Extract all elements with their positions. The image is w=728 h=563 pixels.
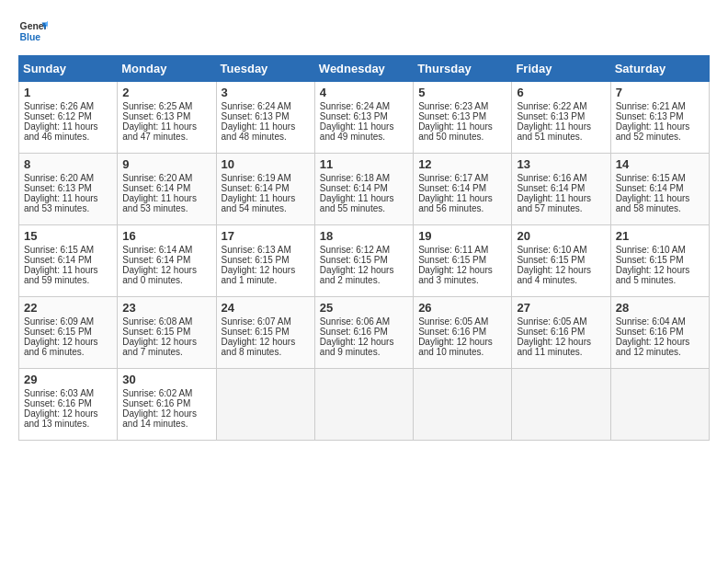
sunrise-text: Sunrise: 6:26 AM <box>24 101 112 111</box>
sunrise-text: Sunrise: 6:02 AM <box>122 388 210 398</box>
day-number: 17 <box>222 229 310 243</box>
calendar-cell: 24Sunrise: 6:07 AMSunset: 6:15 PMDayligh… <box>216 297 314 369</box>
calendar-cell <box>512 369 610 441</box>
sunset-text: Sunset: 6:14 PM <box>122 255 210 265</box>
calendar-cell: 18Sunrise: 6:12 AMSunset: 6:15 PMDayligh… <box>314 225 413 297</box>
sunrise-text: Sunrise: 6:19 AM <box>222 173 310 183</box>
calendar-cell: 13Sunrise: 6:16 AMSunset: 6:14 PMDayligh… <box>512 154 610 225</box>
header: General Blue <box>18 17 710 46</box>
calendar-cell: 20Sunrise: 6:10 AMSunset: 6:15 PMDayligh… <box>512 225 610 297</box>
daylight-text: Daylight: 12 hours and 14 minutes. <box>122 408 210 429</box>
day-header-friday: Friday <box>512 56 610 82</box>
sunrise-text: Sunrise: 6:05 AM <box>418 316 506 327</box>
calendar-body: 1Sunrise: 6:26 AMSunset: 6:12 PMDaylight… <box>19 82 710 441</box>
sunset-text: Sunset: 6:16 PM <box>122 398 210 408</box>
svg-text:Blue: Blue <box>20 32 41 42</box>
sunrise-text: Sunrise: 6:22 AM <box>517 101 605 111</box>
day-number: 5 <box>418 86 506 99</box>
calendar-cell: 15Sunrise: 6:15 AMSunset: 6:14 PMDayligh… <box>19 225 118 297</box>
calendar-cell: 19Sunrise: 6:11 AMSunset: 6:15 PMDayligh… <box>414 225 512 297</box>
day-number: 23 <box>122 301 210 315</box>
daylight-text: Daylight: 12 hours and 5 minutes. <box>616 265 704 285</box>
calendar-cell: 26Sunrise: 6:05 AMSunset: 6:16 PMDayligh… <box>414 297 512 369</box>
calendar-cell: 11Sunrise: 6:18 AMSunset: 6:14 PMDayligh… <box>314 154 413 225</box>
sunrise-text: Sunrise: 6:25 AM <box>122 101 210 111</box>
daylight-text: Daylight: 11 hours and 50 minutes. <box>418 121 506 142</box>
logo: General Blue <box>18 17 48 46</box>
sunrise-text: Sunrise: 6:15 AM <box>24 245 112 255</box>
day-number: 16 <box>122 229 210 243</box>
sunset-text: Sunset: 6:12 PM <box>24 111 112 121</box>
sunrise-text: Sunrise: 6:14 AM <box>122 245 210 255</box>
daylight-text: Daylight: 11 hours and 57 minutes. <box>517 193 605 213</box>
day-number: 2 <box>122 86 210 99</box>
sunrise-text: Sunrise: 6:05 AM <box>517 316 605 327</box>
day-header-tuesday: Tuesday <box>216 56 314 82</box>
sunset-text: Sunset: 6:13 PM <box>320 111 408 121</box>
sunrise-text: Sunrise: 6:09 AM <box>24 316 112 327</box>
day-number: 4 <box>320 86 408 99</box>
daylight-text: Daylight: 12 hours and 4 minutes. <box>517 265 605 285</box>
daylight-text: Daylight: 11 hours and 54 minutes. <box>222 193 310 213</box>
sunrise-text: Sunrise: 6:18 AM <box>320 173 408 183</box>
daylight-text: Daylight: 11 hours and 49 minutes. <box>320 121 408 142</box>
logo-icon: General Blue <box>18 17 48 46</box>
sunrise-text: Sunrise: 6:04 AM <box>616 316 704 327</box>
day-number: 11 <box>320 157 408 171</box>
sunset-text: Sunset: 6:15 PM <box>320 255 408 265</box>
day-number: 27 <box>517 301 605 315</box>
daylight-text: Daylight: 12 hours and 0 minutes. <box>122 265 210 285</box>
calendar-cell: 25Sunrise: 6:06 AMSunset: 6:16 PMDayligh… <box>314 297 413 369</box>
sunrise-text: Sunrise: 6:24 AM <box>320 101 408 111</box>
sunset-text: Sunset: 6:15 PM <box>24 327 112 337</box>
calendar-cell <box>610 369 709 441</box>
day-number: 13 <box>517 157 605 171</box>
sunset-text: Sunset: 6:14 PM <box>24 255 112 265</box>
day-number: 29 <box>24 373 112 386</box>
day-header-sunday: Sunday <box>19 56 118 82</box>
sunrise-text: Sunrise: 6:15 AM <box>616 173 704 183</box>
daylight-text: Daylight: 11 hours and 48 minutes. <box>222 121 310 142</box>
calendar-cell: 1Sunrise: 6:26 AMSunset: 6:12 PMDaylight… <box>19 82 118 154</box>
sunrise-text: Sunrise: 6:16 AM <box>517 173 605 183</box>
daylight-text: Daylight: 11 hours and 52 minutes. <box>616 121 704 142</box>
page: General Blue SundayMondayTuesdayWednesda… <box>0 0 728 450</box>
daylight-text: Daylight: 12 hours and 13 minutes. <box>24 408 112 429</box>
daylight-text: Daylight: 11 hours and 53 minutes. <box>122 193 210 213</box>
calendar-cell: 4Sunrise: 6:24 AMSunset: 6:13 PMDaylight… <box>314 82 413 154</box>
sunset-text: Sunset: 6:13 PM <box>517 111 605 121</box>
calendar-cell: 5Sunrise: 6:23 AMSunset: 6:13 PMDaylight… <box>414 82 512 154</box>
sunset-text: Sunset: 6:13 PM <box>122 111 210 121</box>
day-number: 1 <box>24 86 112 99</box>
sunset-text: Sunset: 6:15 PM <box>616 255 704 265</box>
sunrise-text: Sunrise: 6:03 AM <box>24 388 112 398</box>
day-number: 12 <box>418 157 506 171</box>
day-number: 14 <box>616 157 704 171</box>
day-header-thursday: Thursday <box>414 56 512 82</box>
calendar-cell <box>414 369 512 441</box>
calendar-cell: 16Sunrise: 6:14 AMSunset: 6:14 PMDayligh… <box>118 225 216 297</box>
sunset-text: Sunset: 6:16 PM <box>418 327 506 337</box>
day-number: 10 <box>222 157 310 171</box>
sunrise-text: Sunrise: 6:06 AM <box>320 316 408 327</box>
sunset-text: Sunset: 6:16 PM <box>320 327 408 337</box>
sunset-text: Sunset: 6:14 PM <box>222 183 310 193</box>
day-number: 9 <box>122 157 210 171</box>
week-row-4: 22Sunrise: 6:09 AMSunset: 6:15 PMDayligh… <box>19 297 710 369</box>
sunset-text: Sunset: 6:15 PM <box>418 255 506 265</box>
sunrise-text: Sunrise: 6:12 AM <box>320 245 408 255</box>
sunrise-text: Sunrise: 6:13 AM <box>222 245 310 255</box>
daylight-text: Daylight: 12 hours and 7 minutes. <box>122 337 210 357</box>
sunset-text: Sunset: 6:13 PM <box>222 111 310 121</box>
day-number: 18 <box>320 229 408 243</box>
sunset-text: Sunset: 6:16 PM <box>616 327 704 337</box>
calendar-cell <box>314 369 413 441</box>
calendar-cell: 8Sunrise: 6:20 AMSunset: 6:13 PMDaylight… <box>19 154 118 225</box>
sunset-text: Sunset: 6:16 PM <box>517 327 605 337</box>
daylight-text: Daylight: 11 hours and 55 minutes. <box>320 193 408 213</box>
day-number: 8 <box>24 157 112 171</box>
calendar-cell <box>216 369 314 441</box>
calendar-cell: 2Sunrise: 6:25 AMSunset: 6:13 PMDaylight… <box>118 82 216 154</box>
sunset-text: Sunset: 6:15 PM <box>222 255 310 265</box>
sunrise-text: Sunrise: 6:10 AM <box>616 245 704 255</box>
